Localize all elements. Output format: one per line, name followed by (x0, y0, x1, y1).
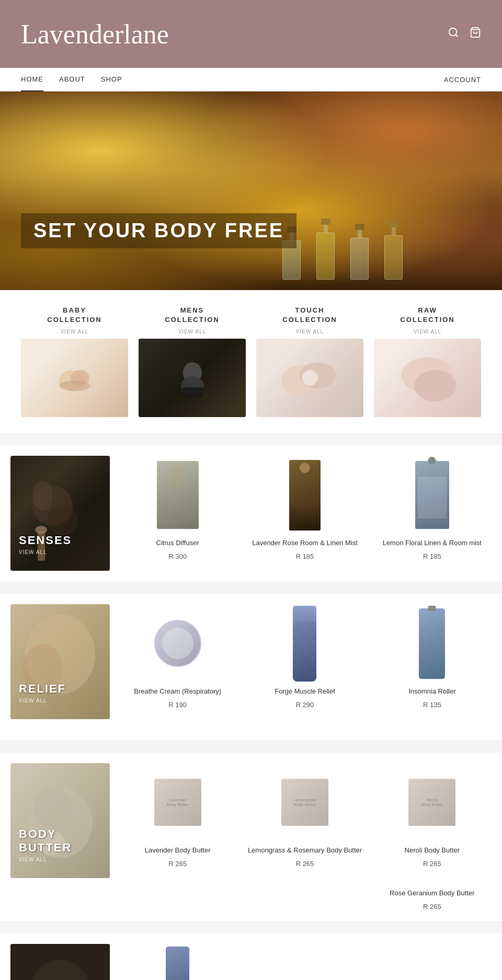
senses-banner-text: SENSES VIEW ALL (19, 534, 72, 555)
raw-photo (374, 339, 481, 417)
product-rose-geranium[interactable]: Rose Geranium Body Butter R 265 (373, 889, 492, 910)
collection-mens-title: MENSCOLLECTION (165, 306, 220, 325)
neroli-butter-price: R 265 (423, 860, 441, 868)
search-icon[interactable] (448, 27, 459, 41)
divider-2 (0, 581, 502, 587)
baby-photo (21, 339, 128, 417)
product-rose-geranium-butter[interactable] (118, 889, 237, 910)
cart-icon[interactable] (470, 27, 481, 41)
collection-touch-viewall[interactable]: VIEW ALL (296, 329, 324, 335)
svg-rect-8 (182, 387, 203, 398)
nav-home[interactable]: HOME (21, 68, 43, 91)
lavender-butter-image: LavenderBody Butter (118, 763, 237, 841)
neroli-butter-image: NeroliBody Butter (373, 763, 492, 841)
svg-point-13 (415, 370, 457, 401)
lavender-butter-price: R 265 (168, 860, 187, 868)
body-butter-viewall[interactable]: VIEW ALL (19, 857, 110, 862)
lemon-floral-name: Lemon Floral Linen & Room mist (383, 538, 482, 548)
product-lavender-rose[interactable]: Lavender Rose Room & Linen Mist R 185 (245, 456, 364, 571)
body-butter-banner-spacer (10, 889, 110, 910)
collection-baby-viewall[interactable]: VIEW ALL (61, 329, 89, 335)
touch-photo (256, 339, 363, 417)
collection-touch-image (256, 339, 363, 417)
mens-photo (139, 339, 246, 417)
forge-name: Forge Muscle Relief (275, 687, 335, 696)
relief-viewall[interactable]: VIEW ALL (19, 698, 66, 704)
nav: HOME ABOUT SHOP Account (0, 68, 502, 91)
breathe-cream-price: R 190 (168, 701, 187, 709)
collection-touch-title: TOUCHCOLLECTION (282, 306, 337, 325)
product-lemon-floral[interactable]: Lemon Floral Linen & Room mist R 185 (373, 456, 492, 571)
forge-image (245, 604, 364, 683)
product-neroli-butter[interactable]: NeroliBody Butter Neroli Body Butter R 2… (373, 763, 492, 878)
nav-shop[interactable]: SHOP (101, 68, 122, 91)
svg-point-18 (35, 526, 47, 534)
bottom-product-1-image (118, 944, 237, 980)
relief-banner[interactable]: RELIEF VIEW ALL (10, 604, 110, 719)
collection-raw-image (374, 339, 481, 417)
logo[interactable]: Lavenderlane (21, 19, 169, 50)
divider-1 (0, 433, 502, 439)
insomnia-price: R 135 (423, 701, 441, 709)
divider-3 (0, 740, 502, 746)
collection-mens-viewall[interactable]: VIEW ALL (178, 329, 207, 335)
lavender-rose-image (245, 456, 364, 534)
relief-title: RELIEF (19, 682, 66, 696)
body-butter-title: BODY BUTTER (19, 827, 110, 855)
collection-touch[interactable]: TOUCHCOLLECTION VIEW ALL (256, 306, 363, 417)
collections-section: BABYCOLLECTION VIEW ALL MENSCOLLECTION V… (0, 290, 502, 433)
svg-point-16 (32, 481, 52, 511)
svg-point-0 (449, 28, 457, 36)
svg-line-1 (455, 34, 458, 37)
nav-left: HOME ABOUT SHOP (21, 68, 122, 91)
collection-baby[interactable]: BABYCOLLECTION VIEW ALL (21, 306, 128, 417)
citrus-diffuser-price: R 300 (168, 552, 187, 560)
collection-mens-image (139, 339, 246, 417)
bottom-banner[interactable] (10, 944, 110, 980)
lemongrass-butter-price: R 265 (296, 860, 314, 868)
product-breathe-cream[interactable]: Breathe Cream (Respiratory) R 190 (118, 604, 237, 719)
header: Lavenderlane (0, 0, 502, 68)
collection-baby-title: BABYCOLLECTION (47, 306, 102, 325)
lavender-butter-name: Lavender Body Butter (145, 846, 211, 855)
body-butter-banner[interactable]: BODY BUTTER VIEW ALL (10, 763, 110, 878)
senses-title: SENSES (19, 534, 72, 547)
breathe-cream-name: Breathe Cream (Respiratory) (134, 687, 221, 696)
svg-point-15 (48, 506, 77, 536)
divider-4 (0, 921, 502, 927)
product-lavender-butter[interactable]: LavenderBody Butter Lavender Body Butter… (118, 763, 237, 878)
lavender-rose-price: R 185 (296, 552, 314, 560)
product-citrus-diffuser[interactable]: Citrus Diffuser R 300 (118, 456, 237, 571)
bottom-section (0, 933, 502, 980)
product-forge[interactable]: Forge Muscle Relief R 290 (245, 604, 364, 719)
lemongrass-butter-image: LemongrassBody Butter (245, 763, 364, 841)
svg-point-11 (302, 370, 318, 386)
relief-section: RELIEF VIEW ALL Breathe Cream (Respirato… (0, 594, 502, 730)
neroli-butter-name: Neroli Body Butter (405, 846, 460, 855)
collection-raw-viewall[interactable]: VIEW ALL (414, 329, 442, 335)
senses-banner[interactable]: SENSES VIEW ALL (10, 456, 110, 571)
senses-viewall[interactable]: VIEW ALL (19, 549, 72, 555)
lemon-floral-image (373, 456, 492, 534)
lemon-floral-price: R 185 (423, 552, 441, 560)
senses-section: SENSES VIEW ALL Citrus Diffuser R 300 (0, 445, 502, 581)
forge-price: R 290 (296, 701, 314, 709)
collection-raw[interactable]: RAWCOLLECTION VIEW ALL (374, 306, 481, 417)
rose-geranium-name: Rose Geranium Body Butter (390, 889, 475, 898)
hero-section: SET YOUR BODY FREE (0, 91, 502, 290)
breathe-cream-image (118, 604, 237, 683)
relief-banner-text: RELIEF VIEW ALL (19, 682, 66, 704)
product-bottom-3 (373, 944, 492, 980)
collection-raw-title: RAWCOLLECTION (400, 306, 455, 325)
collection-mens[interactable]: MENSCOLLECTION VIEW ALL (139, 306, 246, 417)
insomnia-image (373, 604, 492, 683)
svg-point-5 (59, 381, 90, 391)
body-butter-section: BODY BUTTER VIEW ALL LavenderBody Butter… (0, 753, 502, 889)
body-butter-banner-text: BODY BUTTER VIEW ALL (19, 827, 110, 862)
product-bottom-1[interactable] (118, 944, 237, 980)
product-lemongrass-butter[interactable]: LemongrassBody Butter Lemongrass & Rosem… (245, 763, 364, 878)
product-insomnia[interactable]: Insomnia Roller R 135 (373, 604, 492, 719)
nav-about[interactable]: ABOUT (59, 68, 85, 91)
nav-account[interactable]: Account (444, 76, 481, 84)
product-rose-geranium-butter2[interactable] (245, 889, 364, 910)
